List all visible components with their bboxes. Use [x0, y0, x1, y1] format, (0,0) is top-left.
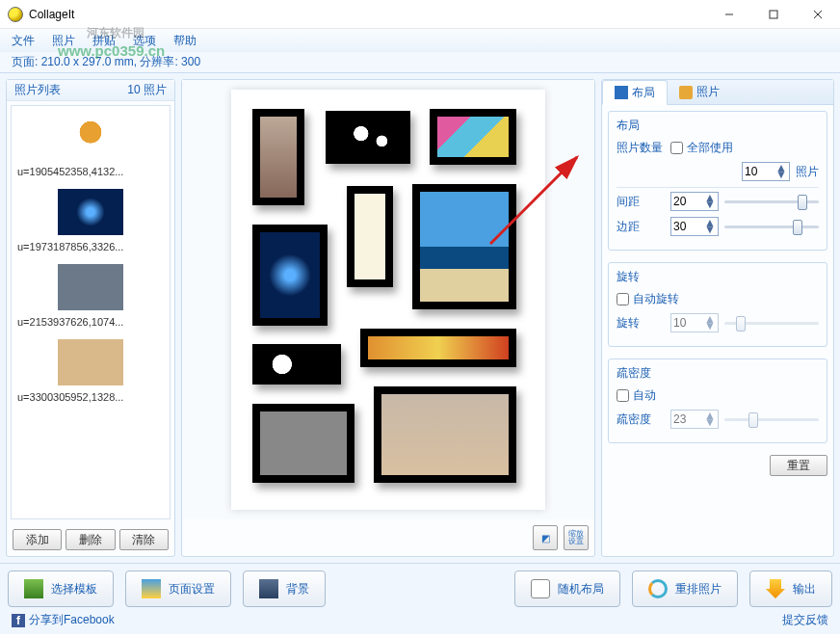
- group-rotate: 旋转 自动旋转 旋转 ▲▼: [608, 262, 827, 347]
- export-button[interactable]: 输出: [749, 571, 832, 607]
- density-slider[interactable]: [724, 411, 819, 428]
- rotate-input[interactable]: ▲▼: [670, 313, 719, 332]
- page-setup-button[interactable]: 页面设置: [125, 571, 231, 607]
- menu-bar: 文件 照片 拼贴 选项 帮助: [0, 29, 840, 52]
- template-icon: [24, 579, 43, 598]
- rotate-label: 旋转: [617, 315, 665, 332]
- spacing-slider[interactable]: [724, 193, 819, 210]
- zoom-fit-button[interactable]: 缩放设置: [564, 525, 589, 550]
- maximize-button[interactable]: [751, 0, 796, 29]
- margin-slider[interactable]: [724, 218, 819, 235]
- thumbnail-image: [58, 189, 123, 235]
- layout-icon: [615, 86, 628, 99]
- collage-frame[interactable]: [360, 329, 516, 367]
- margin-input[interactable]: ▲▼: [670, 217, 719, 236]
- collage-frame[interactable]: [412, 184, 516, 309]
- delete-button[interactable]: 删除: [66, 529, 115, 550]
- canvas-panel: ◩ 缩放设置: [181, 79, 595, 557]
- list-item[interactable]: u=1973187856,3326...: [12, 181, 170, 256]
- menu-options[interactable]: 选项: [125, 33, 164, 49]
- share-facebook-link[interactable]: f分享到Facebook: [12, 612, 115, 628]
- list-item[interactable]: u=1905452358,4132...: [12, 106, 170, 181]
- dice-icon: [531, 579, 550, 598]
- collage-frame[interactable]: [252, 344, 341, 385]
- auto-rotate-checkbox[interactable]: [617, 293, 629, 305]
- list-item[interactable]: u=2153937626,1074...: [12, 256, 170, 332]
- feedback-link[interactable]: 提交反馈: [782, 612, 828, 628]
- collage-frame[interactable]: [374, 386, 516, 483]
- menu-photo[interactable]: 照片: [44, 33, 83, 49]
- export-icon: [766, 579, 785, 598]
- page-icon: [142, 579, 161, 598]
- thumbnail-image: [58, 339, 123, 385]
- group-density: 疏密度 自动 疏密度 ▲▼: [608, 358, 827, 443]
- menu-help[interactable]: 帮助: [166, 33, 204, 49]
- rotate-slider[interactable]: [724, 314, 819, 332]
- app-logo-icon: [8, 7, 23, 22]
- minimize-button[interactable]: [707, 0, 751, 29]
- add-button[interactable]: 添加: [13, 529, 62, 550]
- collage-page: [231, 90, 545, 510]
- collage-frame[interactable]: [326, 111, 410, 164]
- collage-frame[interactable]: [347, 186, 393, 287]
- menu-file[interactable]: 文件: [4, 33, 42, 49]
- reset-button[interactable]: 重置: [770, 455, 827, 476]
- thumbnail-list[interactable]: u=1905452358,4132... u=1973187856,3326..…: [11, 105, 171, 519]
- svg-rect-1: [770, 11, 777, 18]
- shuffle-button[interactable]: 随机布局: [514, 571, 620, 607]
- title-bar: CollageIt: [0, 0, 840, 29]
- footer: 选择模板 页面设置 背景 随机布局 重排照片 输出 f分享到Facebook 提…: [0, 563, 840, 634]
- app-title: CollageIt: [29, 8, 74, 21]
- tab-layout[interactable]: 布局: [602, 80, 668, 105]
- background-icon: [259, 579, 278, 598]
- density-label: 疏密度: [617, 411, 665, 428]
- clear-button[interactable]: 清除: [119, 529, 169, 550]
- spacing-input[interactable]: ▲▼: [670, 192, 719, 211]
- facebook-icon: f: [12, 614, 25, 627]
- tab-photos[interactable]: 照片: [668, 80, 731, 104]
- photos-icon: [679, 86, 693, 99]
- sidebar-title: 照片列表: [14, 82, 61, 98]
- thumbnail-image: [58, 264, 123, 310]
- close-button[interactable]: [796, 0, 840, 29]
- page-info-bar: 页面: 210.0 x 297.0 mm, 分辨率: 300: [0, 52, 840, 73]
- spacing-label: 间距: [617, 194, 665, 210]
- photo-count-label: 照片数量: [617, 140, 665, 156]
- collage-frame[interactable]: [252, 225, 328, 326]
- auto-density-checkbox[interactable]: [617, 389, 629, 402]
- menu-collage[interactable]: 拼贴: [85, 33, 123, 49]
- rearrange-button[interactable]: 重排照片: [632, 571, 738, 607]
- template-button[interactable]: 选择模板: [8, 571, 114, 607]
- density-input[interactable]: ▲▼: [670, 410, 719, 429]
- photo-count-input[interactable]: ▲▼: [742, 162, 790, 181]
- sidebar-count: 10 照片: [127, 82, 167, 98]
- list-item[interactable]: u=3300305952,1328...: [12, 332, 170, 407]
- photo-sidebar: 照片列表 10 照片 u=1905452358,4132... u=197318…: [6, 79, 175, 557]
- collage-frame[interactable]: [252, 109, 304, 205]
- group-layout: 布局 照片数量 全部使用 ▲▼ 照片 间距 ▲▼ 边距 ▲▼: [608, 111, 827, 251]
- collage-frame[interactable]: [252, 404, 354, 483]
- canvas[interactable]: [182, 80, 594, 519]
- crop-tool-button[interactable]: ◩: [533, 525, 558, 550]
- collage-frame[interactable]: [430, 109, 516, 165]
- refresh-icon: [648, 579, 668, 598]
- background-button[interactable]: 背景: [243, 571, 326, 607]
- use-all-checkbox[interactable]: [670, 142, 683, 154]
- thumbnail-image: [58, 114, 123, 160]
- margin-label: 边距: [617, 219, 665, 235]
- properties-panel: 布局 照片 布局 照片数量 全部使用 ▲▼ 照片 间距 ▲▼ 边距 ▲▼: [601, 79, 834, 557]
